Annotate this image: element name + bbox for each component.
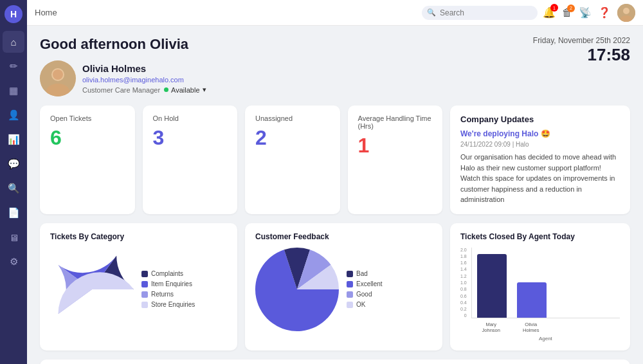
legend-dot-store: [141, 302, 148, 308]
company-updates-title: Company Updates: [460, 114, 620, 124]
x-labels: Mary Johnson Olivia Holmes: [471, 320, 620, 335]
company-updates-card: Company Updates We're deploying Halo 🤩 2…: [450, 105, 630, 214]
svg-point-1: [623, 8, 629, 14]
profile-email[interactable]: olivia.holmes@imaginehalo.com: [82, 76, 206, 84]
legend-good: Good: [347, 291, 383, 298]
tickets-by-agent-card: Tickets Closed By Agent Today 2.0 1.8 1.…: [450, 223, 630, 350]
legend-dot-item-enquiries: [141, 281, 148, 287]
y-tick-20: 2.0: [460, 248, 467, 252]
sidebar-item-edit[interactable]: ✏: [3, 55, 24, 77]
trash-badge: 2: [567, 5, 575, 12]
bars-area: [471, 248, 620, 318]
legend-dot-good: [347, 291, 353, 298]
tickets-by-category-title: Tickets By Category: [50, 232, 227, 241]
legend-label-complaints: Complaints: [151, 270, 183, 277]
sidebar-item-search[interactable]: 🔍: [3, 177, 24, 199]
search-icon: 🔍: [427, 8, 436, 17]
sidebar-item-documents[interactable]: 📄: [3, 202, 24, 224]
help-icon[interactable]: ❓: [598, 6, 611, 19]
current-tickets-card: Current Open Tickets (3) 1-3 of 3 ◂ ▸ ↻ …: [40, 359, 630, 365]
greeting-text: Good afternoon Olivia: [40, 36, 206, 53]
greeting-area: Good afternoon Olivia Olivia Holmes oliv…: [40, 36, 206, 96]
stats-row: Open Tickets 6 On Hold 3 Unassigned 2 Av…: [40, 105, 630, 214]
y-tick-12: 1.2: [460, 274, 467, 278]
sidebar-item-chat[interactable]: 💬: [3, 153, 24, 175]
bar-chart-area: 2.0 1.8 1.6 1.4 1.2 1.0 0.8 0.6 0.4 0.2 …: [460, 248, 620, 341]
customer-feedback-title: Customer Feedback: [255, 232, 432, 241]
x-axis-title: Agent: [471, 336, 620, 341]
legend-dot-ok: [347, 302, 353, 308]
profile-info: Olivia Holmes olivia.holmes@imaginehalo.…: [82, 63, 206, 94]
trash-icon[interactable]: 🗑 2: [562, 7, 572, 19]
bar-mary: [477, 254, 507, 318]
legend-dot-complaints: [141, 271, 148, 277]
search-input[interactable]: [422, 6, 538, 20]
stat-avg-handling: Average Handling Time (Hrs) 1: [348, 105, 443, 214]
bars-wrapper: Mary Johnson Olivia Holmes Agent: [471, 248, 620, 341]
status-dot: [164, 87, 168, 92]
stat-unassigned-value: 2: [255, 126, 330, 150]
legend-returns: Returns: [141, 291, 195, 298]
status-label: Available: [171, 86, 199, 94]
y-axis: 2.0 1.8 1.6 1.4 1.2 1.0 0.8 0.6 0.4 0.2 …: [460, 248, 469, 318]
y-tick-0: 0: [464, 313, 467, 318]
notifications-icon[interactable]: 🔔 1: [543, 6, 556, 19]
profile-role: Customer Care Manager: [82, 86, 160, 94]
company-update-meta: 24/11/2022 09:09 | Halo: [460, 141, 620, 148]
status-badge: Available ▾: [164, 86, 206, 94]
stat-unassigned-label: Unassigned: [255, 114, 330, 122]
legend-label-store: Store Enquiries: [151, 301, 195, 308]
legend-label-item-enquiries: Item Enquiries: [151, 280, 192, 287]
legend-store: Store Enquiries: [141, 301, 195, 308]
status-chevron: ▾: [203, 86, 206, 94]
legend-label-ok: OK: [356, 301, 365, 308]
y-tick-04: 0.4: [460, 300, 467, 305]
topbar: Home 🔍 🔔 1 🗑 2 📡 ❓: [27, 0, 643, 26]
company-update-headline: We're deploying Halo 🤩: [460, 129, 620, 138]
legend-label-excellent: Excellent: [356, 280, 383, 287]
legend-ok: OK: [347, 301, 383, 308]
notification-badge: 1: [550, 4, 558, 12]
feed-icon[interactable]: 📡: [579, 6, 592, 19]
customer-feedback-card: Customer Feedback: [245, 223, 442, 350]
y-tick-16: 1.6: [460, 260, 467, 265]
stat-on-hold: On Hold 3: [143, 105, 238, 214]
charts-row: Tickets By Category: [40, 223, 630, 350]
stat-hold-label: On Hold: [153, 114, 228, 122]
x-label-olivia: Olivia Holmes: [516, 322, 546, 333]
feedback-pie-chart: [255, 248, 339, 331]
legend-item-enquiries: Item Enquiries: [141, 280, 195, 287]
legend-bad: Bad: [347, 270, 383, 277]
bar-mary-johnson: [477, 254, 507, 318]
sidebar-item-calendar[interactable]: ▦: [3, 80, 24, 102]
search-wrapper: 🔍: [422, 6, 538, 20]
legend-label-good: Good: [356, 291, 372, 298]
sidebar-item-reports[interactable]: 📊: [3, 129, 24, 150]
pie-container: Complaints Item Enquiries Returns S: [50, 248, 227, 331]
legend-label-returns: Returns: [151, 291, 174, 298]
tickets-by-agent-title: Tickets Closed By Agent Today: [460, 232, 620, 241]
datetime-area: Friday, November 25th 2022 17:58: [533, 36, 630, 65]
y-tick-06: 0.6: [460, 294, 467, 298]
stat-open-tickets: Open Tickets 6: [40, 105, 135, 214]
bar-olivia-holmes: [517, 282, 547, 318]
stat-unassigned: Unassigned 2: [245, 105, 340, 214]
profile-avatar: [40, 60, 76, 96]
feedback-legend: Bad Excellent Good OK: [347, 270, 383, 308]
sidebar: H ⌂ ✏ ▦ 👤 📊 💬 🔍 📄 🖥 ⚙: [0, 0, 27, 364]
stat-open-value: 6: [50, 126, 125, 150]
stat-hold-value: 3: [153, 126, 228, 150]
header-section: Good afternoon Olivia Olivia Holmes oliv…: [40, 36, 630, 96]
legend-dot-returns: [141, 291, 148, 298]
svg-point-6: [53, 69, 63, 80]
sidebar-item-home[interactable]: ⌂: [3, 31, 24, 53]
sidebar-item-user[interactable]: 👤: [3, 104, 24, 126]
bar-olivia: [517, 282, 547, 318]
sidebar-item-monitor[interactable]: 🖥: [3, 226, 24, 248]
avatar[interactable]: [617, 4, 635, 22]
app-logo[interactable]: H: [5, 5, 23, 23]
x-label-mary: Mary Johnson: [476, 322, 506, 333]
topbar-icons: 🔔 1 🗑 2 📡 ❓: [543, 4, 635, 22]
sidebar-item-settings[interactable]: ⚙: [3, 251, 24, 273]
tickets-by-category-card: Tickets By Category: [40, 223, 237, 350]
